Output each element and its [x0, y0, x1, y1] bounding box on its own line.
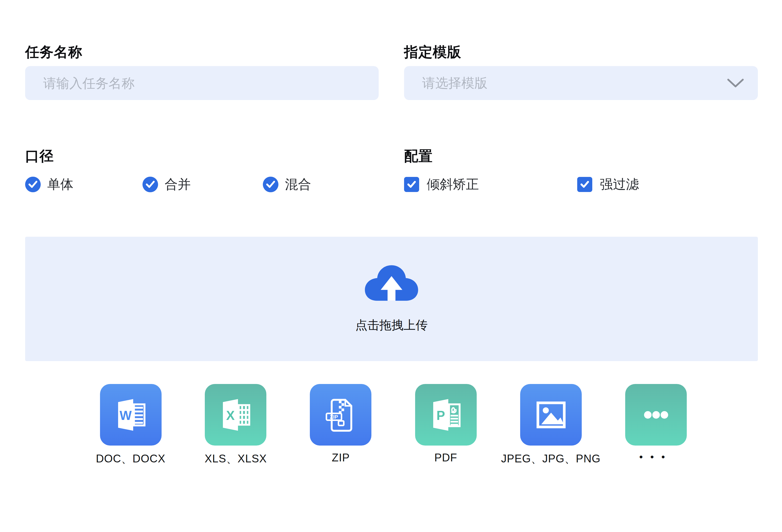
pdf-icon: P: [427, 396, 465, 434]
svg-text:X: X: [226, 408, 235, 422]
template-select[interactable]: 请选择模版: [404, 66, 758, 100]
caliber-option-merged[interactable]: 合并: [142, 176, 191, 193]
file-type-tile-zip: ZIP: [310, 384, 371, 446]
check-circle-icon[interactable]: [142, 177, 158, 192]
file-type-label: ZIP: [332, 451, 350, 464]
checkbox-checked-icon[interactable]: [577, 177, 592, 192]
template-label: 指定模版: [404, 44, 461, 60]
config-option-strong-filter[interactable]: 强过滤: [577, 176, 639, 193]
upload-hint-text: 点击拖拽上传: [355, 317, 428, 333]
image-icon: [532, 396, 570, 434]
task-name-label: 任务名称: [25, 44, 82, 60]
more-icon: [637, 396, 675, 434]
check-circle-icon[interactable]: [25, 177, 41, 192]
file-type-tile-pdf: P: [415, 384, 477, 446]
caliber-section-label: 口径: [25, 147, 54, 166]
cloud-upload-icon[interactable]: [362, 259, 421, 311]
svg-text:P: P: [436, 408, 445, 422]
file-type-label: PDF: [434, 451, 457, 464]
caliber-option-mixed[interactable]: 混合: [263, 176, 311, 193]
caliber-option-label: 混合: [285, 176, 311, 193]
upload-task-form: 任务名称 指定模版 请选择模版 口径 配置 单体 合并 混合 倾斜矫正: [0, 0, 782, 532]
checkbox-checked-icon[interactable]: [404, 177, 419, 192]
caliber-option-single[interactable]: 单体: [25, 176, 73, 193]
file-type-tile-image: [520, 384, 582, 446]
config-option-label: 倾斜矫正: [427, 176, 479, 193]
svg-text:W: W: [119, 408, 132, 422]
svg-text:ZIP: ZIP: [330, 414, 338, 420]
caliber-option-label: 单体: [47, 176, 73, 193]
config-option-label: 强过滤: [600, 176, 639, 193]
zip-icon: ZIP: [322, 396, 360, 434]
caliber-option-label: 合并: [165, 176, 191, 193]
check-circle-icon[interactable]: [263, 177, 278, 192]
config-option-deskew[interactable]: 倾斜矫正: [404, 176, 479, 193]
file-type-label: •••: [639, 451, 672, 463]
file-type-tile-xls: X: [205, 384, 266, 446]
excel-icon: X: [217, 396, 254, 434]
file-type-tile-doc: W: [100, 384, 162, 446]
file-type-tile-more: [625, 384, 687, 446]
file-type-label: DOC、DOCX: [96, 451, 166, 466]
word-icon: W: [112, 396, 150, 434]
template-select-placeholder: 请选择模版: [422, 74, 488, 92]
file-type-label: XLS、XLSX: [205, 451, 267, 466]
file-type-label: JPEG、JPG、PNG: [501, 451, 601, 466]
task-name-input[interactable]: [25, 66, 379, 100]
config-section-label: 配置: [404, 147, 433, 166]
chevron-down-icon: [727, 79, 744, 88]
